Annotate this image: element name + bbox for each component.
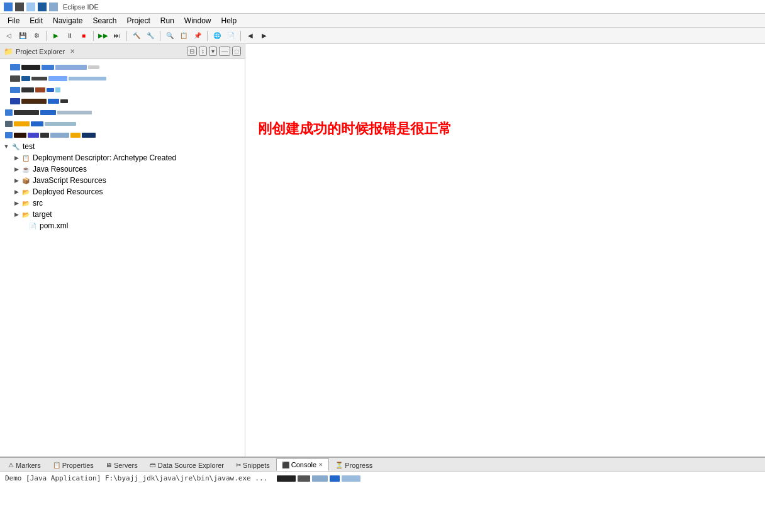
title-text: Eclipse IDE (63, 3, 99, 11)
js-resources-icon: 📦 (21, 175, 31, 186)
java-resources-label: Java Resources (33, 165, 87, 174)
properties-icon: 📋 (53, 462, 60, 468)
markers-icon: ⚠ (8, 462, 14, 468)
servers-icon: 🖥 (106, 462, 112, 468)
tab-datasource[interactable]: 🗃 Data Source Explorer (144, 458, 230, 471)
menu-file[interactable]: File (3, 15, 25, 26)
panel-sync-btn[interactable]: ↕ (199, 47, 207, 56)
toolbar-btn-2[interactable]: ⚙ (30, 30, 43, 42)
xml-icon: 📄 (28, 221, 38, 231)
main-layout: 📁 Project Explorer ✕ ⊟ ↕ ▾ — □ (0, 44, 765, 532)
tab-markers[interactable]: ⚠ Markers (3, 458, 47, 471)
menu-search[interactable]: Search (87, 15, 121, 26)
tree-arrow-root: ▼ (3, 143, 10, 150)
tab-snippets[interactable]: ✂ Snippets (230, 458, 276, 471)
blurred-row-2 (0, 73, 245, 84)
panel-minimize-btn[interactable]: ⊟ (187, 47, 197, 56)
datasource-icon: 🗃 (150, 462, 156, 468)
toolbar-stop-btn[interactable]: ■ (77, 30, 90, 42)
annotation-text: 刚创建成功的时候报错是很正常 (258, 119, 452, 138)
menu-project[interactable]: Project (121, 15, 155, 26)
toolbar-btn-1[interactable]: 💾 (16, 30, 29, 42)
menu-run[interactable]: Run (155, 15, 179, 26)
menu-help[interactable]: Help (216, 15, 242, 26)
tree-src[interactable]: ▶ 📂 src (0, 197, 245, 209)
tree-deployment[interactable]: ▶ 📋 Deployment Descriptor: Archetype Cre… (0, 152, 245, 163)
tree-arrow-deployed: ▶ (13, 188, 20, 196)
menu-bar: File Edit Navigate Search Project Run Wi… (0, 14, 765, 28)
tab-markers-label: Markers (16, 462, 41, 469)
blurred-row-7 (0, 130, 245, 141)
blurred-row-3 (0, 84, 245, 96)
toolbar-sep-6 (240, 31, 241, 41)
panel-menu-btn[interactable]: ▾ (209, 47, 217, 56)
tree-arrow-java: ▶ (13, 165, 20, 173)
toolbar-run-btn[interactable]: ▶ (50, 30, 62, 42)
toolbar-btn-7[interactable]: 🌐 (211, 30, 223, 42)
editor-area: 刚创建成功的时候报错是很正常 (245, 44, 765, 457)
toolbar-nav-back[interactable]: ◀ (244, 30, 257, 42)
panel-minimize-btn2[interactable]: — (219, 47, 230, 56)
tree-arrow-deploy: ▶ (13, 154, 20, 162)
tree-java-resources[interactable]: ▶ ☕ Java Resources (0, 163, 245, 175)
project-icon: 🔧 (11, 141, 21, 152)
toolbar-back-btn[interactable]: ◁ (3, 30, 15, 42)
menu-navigate[interactable]: Navigate (48, 15, 87, 26)
tree-pom-xml[interactable]: 📄 pom.xml (0, 220, 245, 231)
console-icon: ⬛ (282, 462, 289, 468)
toolbar-debug-btn[interactable]: ▶▶ (97, 30, 109, 42)
src-icon: 📂 (21, 198, 31, 208)
js-resources-label: JavaScript Resources (33, 176, 106, 185)
panel-title: Project Explorer (16, 48, 65, 55)
tab-servers[interactable]: 🖥 Servers (100, 458, 143, 471)
tab-snippets-label: Snippets (243, 462, 270, 469)
panel-maximize-btn[interactable]: □ (232, 47, 241, 56)
content-area: 📁 Project Explorer ✕ ⊟ ↕ ▾ — □ (0, 44, 765, 457)
deployment-label: Deployment Descriptor: Archetype Created (33, 153, 176, 162)
toolbar-pause-btn[interactable]: ⏸ (64, 30, 76, 42)
toolbar-sep-5 (207, 31, 208, 41)
target-label: target (33, 210, 52, 219)
tree-target[interactable]: ▶ 📂 target (0, 209, 245, 220)
toolbar-nav-fwd[interactable]: ▶ (258, 30, 271, 42)
toolbar-sep-2 (93, 31, 94, 41)
blurred-row-4 (0, 96, 245, 107)
toolbar-sep-1 (46, 31, 47, 41)
target-icon: 📂 (21, 209, 31, 219)
menu-window[interactable]: Window (179, 15, 216, 26)
toolbar-sep-3 (126, 31, 127, 41)
java-resources-icon: ☕ (21, 164, 31, 174)
menu-edit[interactable]: Edit (25, 15, 48, 26)
toolbar-btn-5[interactable]: 📋 (177, 30, 190, 42)
toolbar-btn-8[interactable]: 📄 (225, 30, 237, 42)
panel-header-title: 📁 Project Explorer ✕ (4, 47, 75, 56)
console-tab-close[interactable]: ✕ (318, 462, 323, 468)
toolbar-btn-6[interactable]: 📌 (191, 30, 204, 42)
bottom-content: Demo [Java Application] F:\byajj_jdk\jav… (0, 472, 765, 532)
toolbar: ◁ 💾 ⚙ ▶ ⏸ ■ ▶▶ ⏭ 🔨 🔧 🔍 📋 📌 🌐 📄 ◀ ▶ (0, 28, 765, 44)
tab-properties[interactable]: 📋 Properties (47, 458, 99, 471)
tree-deployed-resources[interactable]: ▶ 📂 Deployed Resources (0, 186, 245, 197)
title-bar: Eclipse IDE (0, 0, 765, 14)
tree-js-resources[interactable]: ▶ 📦 JavaScript Resources (0, 175, 245, 186)
tree-arrow-js: ▶ (13, 177, 20, 184)
tree-arrow-target: ▶ (13, 211, 20, 218)
src-label: src (33, 199, 43, 208)
tab-progress[interactable]: ⏳ Progress (330, 458, 378, 471)
panel-close-icon[interactable]: ✕ (70, 48, 75, 55)
tree-project-root[interactable]: ▼ 🔧 test (0, 141, 245, 152)
toolbar-btn-3[interactable]: ⏭ (111, 30, 123, 42)
left-panel: 📁 Project Explorer ✕ ⊟ ↕ ▾ — □ (0, 44, 245, 457)
toolbar-search-btn[interactable]: 🔍 (164, 30, 176, 42)
progress-icon: ⏳ (335, 462, 343, 468)
toolbar-btn-4[interactable]: 🔧 (144, 30, 157, 42)
tab-properties-label: Properties (62, 462, 94, 469)
tab-console[interactable]: ⬛ Console ✕ (276, 458, 329, 471)
deployed-resources-label: Deployed Resources (33, 187, 103, 196)
bottom-tabs: ⚠ Markers 📋 Properties 🖥 Servers 🗃 Data … (0, 458, 765, 472)
right-panel: 刚创建成功的时候报错是很正常 (245, 44, 765, 457)
toolbar-build-btn[interactable]: 🔨 (130, 30, 143, 42)
panel-header: 📁 Project Explorer ✕ ⊟ ↕ ▾ — □ (0, 44, 245, 59)
tree-arrow-src: ▶ (13, 199, 20, 207)
console-text: Demo [Java Application] F:\byajj_jdk\jav… (5, 474, 267, 482)
